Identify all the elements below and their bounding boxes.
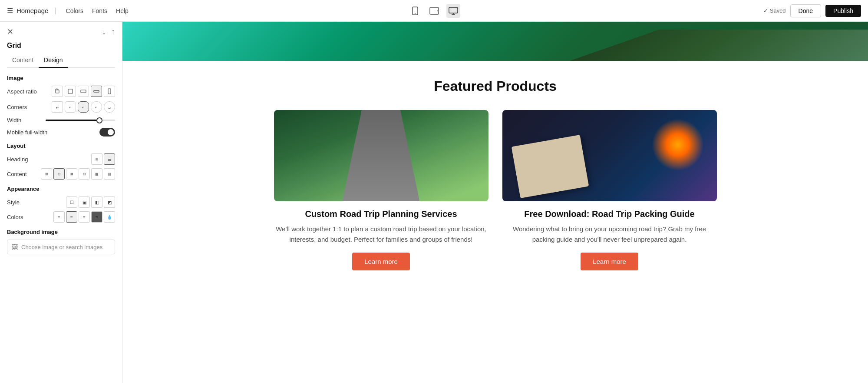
svg-point-3 bbox=[437, 10, 438, 11]
product-title-0: Custom Road Trip Planning Services bbox=[274, 208, 488, 220]
desktop-device-btn[interactable] bbox=[446, 4, 460, 18]
nav-divider: | bbox=[54, 7, 56, 15]
corners-row: Corners ⌐ ⌐ ⌐ ⌐ ◡ bbox=[7, 101, 115, 113]
product-image-1 bbox=[502, 110, 717, 201]
tab-design[interactable]: Design bbox=[39, 54, 68, 68]
corner-btn-3[interactable]: ⌐ bbox=[91, 101, 102, 113]
style-btn-3[interactable]: ◩ bbox=[104, 196, 115, 208]
device-switcher bbox=[408, 4, 460, 18]
aspect-ratio-btn-1[interactable] bbox=[65, 86, 76, 97]
tab-content[interactable]: Content bbox=[7, 54, 39, 68]
heading-align-center[interactable]: ☰ bbox=[104, 153, 115, 165]
road-curve bbox=[317, 110, 445, 201]
corner-btn-2[interactable]: ⌐ bbox=[78, 101, 89, 113]
tablet-device-btn[interactable] bbox=[427, 4, 441, 18]
heading-align-buttons: ≡ ☰ bbox=[91, 153, 115, 165]
width-label: Width bbox=[7, 117, 21, 123]
color-btn-2[interactable]: ≡ bbox=[79, 211, 90, 223]
layout-section: Layout Heading ≡ ☰ Content ⊞ ⊟ ⊠ ⊡ ▦ ▤ bbox=[7, 143, 115, 180]
canvas: Featured Products Custom Road Trip Plann… bbox=[122, 22, 868, 383]
nav-help[interactable]: Help bbox=[116, 7, 129, 14]
content-btn-0[interactable]: ⊞ bbox=[41, 168, 52, 180]
color-buttons: ≡ ≡ ≡ ≡ 💧 bbox=[53, 211, 115, 223]
appearance-section-title: Appearance bbox=[7, 186, 115, 192]
heading-row: Heading ≡ ☰ bbox=[7, 153, 115, 165]
sidebar-actions: ↓ ↑ bbox=[102, 27, 115, 37]
mobile-fullwidth-label: Mobile full-width bbox=[7, 129, 47, 136]
width-slider[interactable] bbox=[46, 120, 115, 121]
aspect-ratio-btn-3[interactable] bbox=[91, 86, 102, 97]
svg-rect-5 bbox=[56, 90, 59, 93]
hero-road bbox=[570, 30, 868, 61]
saved-text: Saved bbox=[770, 7, 786, 14]
product-desc-1: Wondering what to bring on your upcoming… bbox=[502, 224, 717, 245]
heading-label: Heading bbox=[7, 156, 28, 163]
move-up-button[interactable]: ↑ bbox=[111, 27, 115, 37]
saved-status: ✓ Saved bbox=[763, 7, 786, 14]
style-btn-0[interactable]: ☐ bbox=[66, 196, 77, 208]
product-card-1: Free Download: Road Trip Packing Guide W… bbox=[502, 110, 717, 270]
color-btn-4[interactable]: 💧 bbox=[104, 211, 115, 223]
content-btn-3[interactable]: ⊡ bbox=[79, 168, 90, 180]
sidebar-title: Grid bbox=[7, 42, 115, 50]
style-row: Style ☐ ▣ ◧ ◩ bbox=[7, 196, 115, 208]
learn-more-button-0[interactable]: Learn more bbox=[352, 253, 410, 270]
content-btn-4[interactable]: ▦ bbox=[91, 168, 102, 180]
nav-fonts[interactable]: Fonts bbox=[92, 7, 107, 14]
heading-align-left[interactable]: ≡ bbox=[91, 153, 102, 165]
color-btn-3[interactable]: ≡ bbox=[91, 211, 102, 223]
canvas-content: Featured Products Custom Road Trip Plann… bbox=[265, 61, 726, 288]
image-section-title: Image bbox=[7, 75, 115, 81]
close-icon[interactable]: ✕ bbox=[7, 27, 13, 37]
corner-btn-1[interactable]: ⌐ bbox=[65, 101, 76, 113]
done-button[interactable]: Done bbox=[790, 4, 821, 17]
content-layout-buttons: ⊞ ⊟ ⊠ ⊡ ▦ ▤ bbox=[41, 168, 115, 180]
move-down-button[interactable]: ↓ bbox=[102, 27, 106, 37]
nav-links: Colors Fonts Help bbox=[66, 7, 129, 14]
main-layout: ✕ ↓ ↑ Grid Content Design Image Aspect r… bbox=[0, 22, 868, 383]
map-paper bbox=[511, 135, 588, 198]
content-row: Content ⊞ ⊟ ⊠ ⊡ ▦ ▤ bbox=[7, 168, 115, 180]
hamburger-icon[interactable]: ☰ bbox=[7, 7, 13, 15]
style-btn-2[interactable]: ◧ bbox=[91, 196, 102, 208]
product-title-1: Free Download: Road Trip Packing Guide bbox=[502, 208, 717, 220]
mobile-fullwidth-toggle[interactable] bbox=[99, 128, 115, 137]
products-grid: Custom Road Trip Planning Services We'll… bbox=[274, 110, 717, 270]
sidebar: ✕ ↓ ↑ Grid Content Design Image Aspect r… bbox=[0, 22, 122, 383]
aspect-ratio-btn-2[interactable] bbox=[78, 86, 89, 97]
bg-image-input[interactable]: 🖼 Choose image or search images bbox=[7, 240, 115, 254]
layout-section-title: Layout bbox=[7, 143, 115, 149]
style-btn-1[interactable]: ▣ bbox=[79, 196, 90, 208]
style-buttons: ☐ ▣ ◧ ◩ bbox=[66, 196, 115, 208]
svg-rect-9 bbox=[108, 89, 111, 94]
content-btn-5[interactable]: ▤ bbox=[104, 168, 115, 180]
aspect-ratio-buttons bbox=[52, 86, 115, 97]
publish-button[interactable]: Publish bbox=[825, 5, 861, 17]
site-title[interactable]: Homepage bbox=[17, 7, 48, 14]
content-btn-2[interactable]: ⊠ bbox=[66, 168, 77, 180]
learn-more-button-1[interactable]: Learn more bbox=[581, 253, 638, 270]
corners-buttons: ⌐ ⌐ ⌐ ⌐ ◡ bbox=[52, 101, 115, 113]
corners-label: Corners bbox=[7, 104, 27, 110]
check-icon: ✓ bbox=[763, 7, 768, 14]
product-card-0: Custom Road Trip Planning Services We'll… bbox=[274, 110, 488, 270]
aspect-ratio-btn-4[interactable] bbox=[104, 86, 115, 97]
corner-btn-0[interactable]: ⌐ bbox=[52, 101, 63, 113]
sidebar-header: ✕ ↓ ↑ bbox=[7, 27, 115, 37]
hero-background bbox=[122, 22, 868, 61]
aspect-ratio-row: Aspect ratio bbox=[7, 86, 115, 97]
corner-btn-4[interactable]: ◡ bbox=[104, 101, 115, 113]
color-btn-0[interactable]: ≡ bbox=[53, 211, 65, 223]
product-desc-0: We'll work together 1:1 to plan a custom… bbox=[274, 224, 488, 245]
color-btn-1[interactable]: ≡ bbox=[66, 211, 77, 223]
mobile-fullwidth-row: Mobile full-width bbox=[7, 128, 115, 137]
bg-image-title: Background image bbox=[7, 229, 115, 235]
mobile-device-btn[interactable] bbox=[408, 4, 422, 18]
content-btn-1[interactable]: ⊟ bbox=[53, 168, 65, 180]
nav-colors[interactable]: Colors bbox=[66, 7, 83, 14]
product-image-0 bbox=[274, 110, 488, 201]
sidebar-tabs: Content Design bbox=[7, 54, 115, 68]
aspect-ratio-btn-0[interactable] bbox=[52, 86, 63, 97]
bg-image-section: Background image 🖼 Choose image or searc… bbox=[7, 229, 115, 254]
svg-point-1 bbox=[415, 13, 416, 14]
